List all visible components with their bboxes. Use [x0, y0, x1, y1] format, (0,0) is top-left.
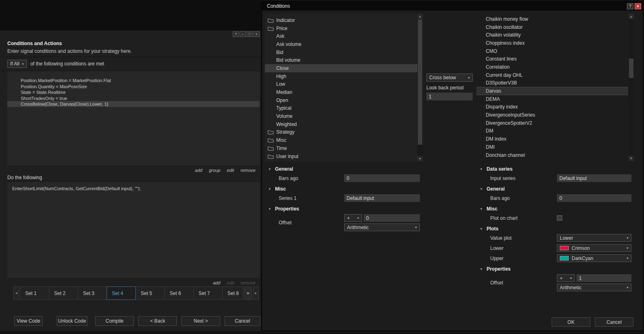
section-data-series[interactable]: ▼ Data series — [476, 165, 634, 173]
action-link[interactable]: add — [213, 280, 220, 285]
tree-item[interactable]: Open — [265, 96, 417, 104]
condition-link[interactable]: group — [209, 168, 220, 173]
section-properties[interactable]: ▼ Properties — [476, 265, 634, 273]
condition-link[interactable]: remove — [240, 168, 255, 173]
window-titlebar[interactable]: ? – □ × — [0, 30, 261, 38]
lower-color-select[interactable]: Crimson ▼ — [557, 244, 631, 252]
scrollbar-thumb[interactable] — [629, 59, 633, 78]
indicator-item[interactable]: Donchian channel — [476, 151, 628, 159]
set-tab[interactable]: Set 3 — [78, 286, 107, 300]
offset-value-input[interactable] — [364, 214, 420, 222]
section-general[interactable]: ▼ General — [265, 165, 423, 173]
series1-input[interactable] — [344, 194, 420, 202]
plot-on-chart-checkbox[interactable] — [557, 215, 562, 221]
indicator-item[interactable]: DM — [476, 127, 628, 135]
indicator-scrollbar[interactable]: ▲ ▼ — [629, 14, 634, 161]
tree-item[interactable]: Volume — [265, 112, 417, 120]
indicator-item[interactable]: DM index — [476, 135, 628, 143]
indicator-item[interactable]: DivergenceSpotterV2 — [476, 119, 628, 127]
section-general[interactable]: ▼ General — [476, 185, 634, 193]
indicator-item[interactable]: D3SpotterV3B — [476, 79, 628, 87]
condition-row[interactable]: CrossBelow(Close, Darvas(Close).Lower, 1… — [7, 101, 260, 107]
ok-button[interactable]: OK — [552, 317, 590, 327]
tree-item[interactable]: Price — [265, 24, 417, 33]
compile-button[interactable]: Compile — [95, 316, 134, 326]
tabs-scroll-left-icon[interactable]: ◄ — [13, 286, 19, 300]
tree-item[interactable]: Bid volume — [265, 56, 417, 64]
condition-row[interactable]: Position.Quantity < MaxPosnSize — [7, 84, 260, 90]
condition-row[interactable]: Position.MarketPosition = MarketPosition… — [7, 78, 260, 84]
scroll-up-icon[interactable]: ▲ — [629, 14, 634, 19]
upper-color-select[interactable]: DarkCyan ▼ — [557, 254, 631, 262]
bars-ago-input[interactable] — [557, 194, 631, 202]
action-link[interactable]: edit — [227, 280, 234, 285]
scroll-down-icon[interactable]: ▼ — [417, 156, 423, 161]
tree-scrollbar[interactable]: ▲ ▼ — [417, 14, 423, 161]
tree-item[interactable]: Misc — [265, 136, 417, 144]
condition-link[interactable]: edit — [227, 168, 234, 173]
indicator-item[interactable]: Chaikin oscillator — [476, 23, 628, 31]
indicator-item[interactable]: Darvas — [476, 87, 628, 95]
back-button[interactable]: < Back — [138, 316, 177, 326]
condition-row[interactable]: State = State.Realtime — [7, 89, 260, 95]
dialog-cancel-button[interactable]: Cancel — [595, 317, 633, 327]
indicator-item[interactable]: DEMA — [476, 95, 628, 103]
offset-operator-select[interactable]: + ▼ — [557, 274, 575, 282]
tree-item[interactable]: Typical — [265, 104, 417, 113]
match-mode-select[interactable]: If All ▼ — [7, 60, 27, 68]
next-button[interactable]: Next > — [181, 316, 220, 326]
action-row[interactable]: EnterShortLimit(NumContracts, GetCurrent… — [7, 186, 260, 192]
indicator-item[interactable]: CMO — [476, 47, 628, 55]
tree-item[interactable]: Bid — [265, 48, 417, 56]
section-misc[interactable]: ▼ Misc — [265, 185, 423, 193]
offset-mode-select[interactable]: Arithmetic ▼ — [344, 223, 420, 231]
scroll-up-icon[interactable]: ▲ — [417, 14, 423, 19]
lookback-input[interactable] — [426, 93, 473, 100]
view-code-button[interactable]: View Code — [14, 316, 43, 326]
set-tab[interactable]: Set 4 — [107, 286, 136, 300]
set-tab[interactable]: Set 1 — [20, 286, 49, 300]
offset-mode-select[interactable]: Arithmetic ▼ — [557, 284, 631, 291]
indicator-item[interactable]: Correlation — [476, 63, 628, 71]
indicator-item[interactable]: Choppiness index — [476, 39, 628, 47]
value-plot-select[interactable]: Lower ▼ — [557, 234, 631, 242]
tree-item[interactable]: Close — [265, 64, 417, 72]
scrollbar-thumb[interactable] — [418, 20, 422, 145]
dialog-close-button[interactable]: × — [635, 3, 641, 9]
section-properties[interactable]: ▼ Properties — [265, 205, 423, 213]
offset-value-input[interactable] — [576, 274, 631, 282]
set-tab[interactable]: Set 6 — [164, 286, 194, 300]
section-plots[interactable]: ▼ Plots — [476, 225, 634, 233]
indicator-item[interactable]: Chaikin volatility — [476, 31, 628, 39]
tree-item[interactable]: Ask volume — [265, 40, 417, 48]
set-tab[interactable]: Set 2 — [49, 286, 78, 300]
bars-ago-input[interactable] — [344, 174, 420, 182]
dialog-help-button[interactable]: ? — [627, 3, 633, 9]
tabs-scroll-right-icon[interactable]: ► — [253, 286, 259, 300]
tree-item[interactable]: Median — [265, 88, 417, 96]
indicator-item[interactable]: DivergenceInputSeries — [476, 111, 628, 119]
maximize-button[interactable]: □ — [247, 31, 253, 37]
unlock-code-button[interactable]: Unlock Code — [57, 316, 87, 326]
minimize-button[interactable]: – — [240, 31, 246, 37]
indicator-item[interactable]: DMI — [476, 143, 628, 151]
dialog-titlebar[interactable]: Conditions ? × — [262, 2, 643, 11]
add-set-button[interactable]: + — [244, 286, 252, 300]
tree-item[interactable]: Strategy — [265, 128, 417, 137]
indicator-item[interactable]: Chaikin money flow — [476, 15, 628, 23]
offset-operator-select[interactable]: + ▼ — [344, 214, 362, 222]
input-series-input[interactable] — [557, 174, 631, 182]
tree-item[interactable]: Weighted — [265, 120, 417, 128]
indicator-item[interactable]: Current day OHL — [476, 71, 628, 79]
tree-item[interactable]: Ask — [265, 32, 417, 40]
tree-item[interactable]: High — [265, 72, 417, 80]
tree-item[interactable]: Low — [265, 80, 417, 89]
tree-item[interactable]: Time — [265, 144, 417, 152]
set-tab[interactable]: Set 7 — [193, 286, 223, 300]
set-tab[interactable]: Set 8 — [222, 286, 243, 300]
scroll-down-icon[interactable]: ▼ — [629, 156, 634, 161]
help-button[interactable]: ? — [233, 31, 239, 37]
action-link[interactable]: remove — [240, 280, 255, 285]
indicator-item[interactable]: Constant lines — [476, 55, 628, 63]
tree-item[interactable]: User input — [265, 152, 417, 160]
